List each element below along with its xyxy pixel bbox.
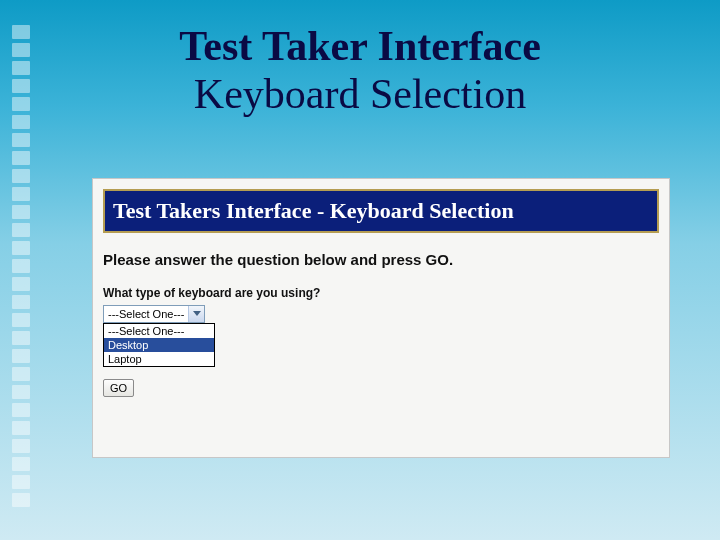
- slide-title-line1: Test Taker Interface: [0, 22, 720, 70]
- panel-instruction: Please answer the question below and pre…: [103, 251, 659, 268]
- deco-square: [12, 97, 30, 111]
- deco-square: [12, 403, 30, 417]
- keyboard-type-select-wrap: ---Select One--- ---Select One--- Deskto…: [103, 304, 659, 367]
- deco-square: [12, 475, 30, 489]
- deco-square: [12, 331, 30, 345]
- panel-banner-separator: -: [311, 198, 329, 223]
- deco-square: [12, 25, 30, 39]
- deco-square: [12, 421, 30, 435]
- keyboard-type-select-value: ---Select One---: [104, 306, 188, 322]
- deco-square: [12, 295, 30, 309]
- deco-square: [12, 187, 30, 201]
- deco-square: [12, 385, 30, 399]
- keyboard-type-option[interactable]: Laptop: [104, 352, 214, 366]
- keyboard-type-select[interactable]: ---Select One---: [103, 305, 205, 323]
- deco-square: [12, 43, 30, 57]
- decorative-square-column: [12, 25, 32, 507]
- deco-square: [12, 439, 30, 453]
- slide-title-line2: Keyboard Selection: [0, 70, 720, 118]
- deco-square: [12, 169, 30, 183]
- panel-banner-left: Test Takers Interface: [113, 198, 311, 223]
- deco-square: [12, 79, 30, 93]
- deco-square: [12, 493, 30, 507]
- slide-title: Test Taker Interface Keyboard Selection: [0, 0, 720, 119]
- keyboard-type-option[interactable]: ---Select One---: [104, 324, 214, 338]
- chevron-down-icon[interactable]: [188, 306, 204, 322]
- deco-square: [12, 151, 30, 165]
- deco-square: [12, 313, 30, 327]
- deco-square: [12, 259, 30, 273]
- panel-question: What type of keyboard are you using?: [103, 286, 659, 300]
- app-panel: Test Takers Interface - Keyboard Selecti…: [92, 178, 670, 458]
- go-button[interactable]: GO: [103, 379, 134, 397]
- deco-square: [12, 115, 30, 129]
- deco-square: [12, 223, 30, 237]
- keyboard-type-option[interactable]: Desktop: [104, 338, 214, 352]
- panel-banner: Test Takers Interface - Keyboard Selecti…: [103, 189, 659, 233]
- deco-square: [12, 241, 30, 255]
- panel-banner-right: Keyboard Selection: [330, 198, 514, 223]
- deco-square: [12, 349, 30, 363]
- deco-square: [12, 133, 30, 147]
- keyboard-type-listbox[interactable]: ---Select One--- Desktop Laptop: [103, 323, 215, 367]
- deco-square: [12, 61, 30, 75]
- deco-square: [12, 277, 30, 291]
- deco-square: [12, 367, 30, 381]
- deco-square: [12, 205, 30, 219]
- deco-square: [12, 457, 30, 471]
